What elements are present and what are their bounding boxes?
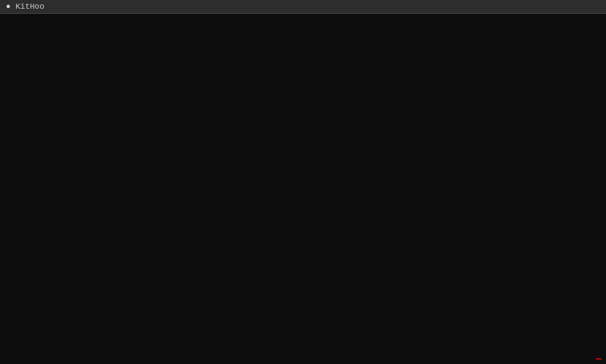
- title-bar: ● KitHoo: [0, 0, 606, 14]
- title-text: ● KitHoo: [6, 2, 44, 11]
- csdn-badge: [596, 358, 602, 360]
- terminal-window: ● KitHoo: [0, 0, 606, 364]
- terminal-content[interactable]: [0, 14, 606, 364]
